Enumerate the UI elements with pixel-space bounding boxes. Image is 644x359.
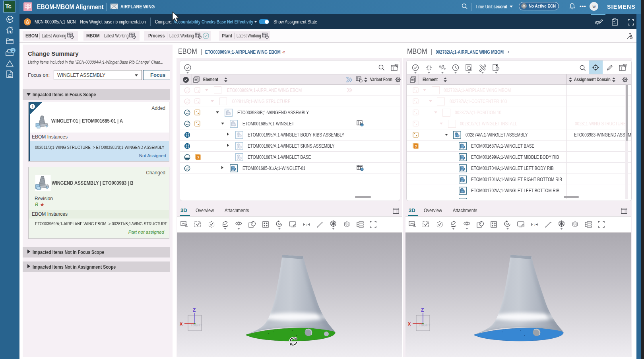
svg-text:X: X xyxy=(408,322,411,326)
svg-text:?: ? xyxy=(197,156,200,160)
svg-text:?: ? xyxy=(415,144,417,148)
svg-text:?: ? xyxy=(534,223,535,226)
svg-text:X: X xyxy=(180,322,183,326)
svg-text:?: ? xyxy=(306,223,307,226)
svg-text:Z: Z xyxy=(193,307,196,313)
svg-text:Z: Z xyxy=(421,307,424,313)
